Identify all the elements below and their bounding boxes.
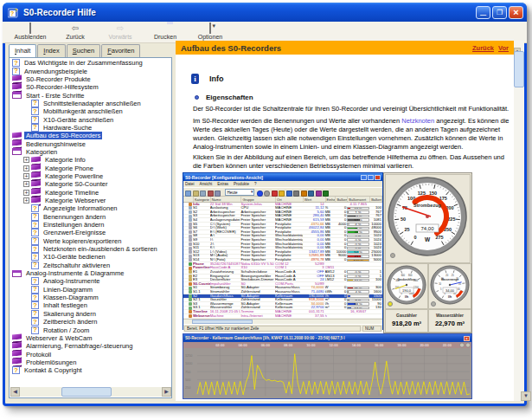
tree-item[interactable]: +Kategorie Info <box>10 156 162 164</box>
tree-item[interactable]: Hardware-Suche <box>10 124 162 132</box>
scrollbar-thumb[interactable] <box>514 51 524 87</box>
tree-item[interactable]: Werte kopieren/exportieren <box>10 237 162 245</box>
help-page-icon <box>31 107 39 115</box>
tree-item[interactable]: +Kategorie Timeline <box>10 189 162 197</box>
back-link[interactable]: Zurück <box>472 44 494 52</box>
tree-item[interactable]: Protokoll <box>10 350 162 358</box>
meter-value: 918,20 m³ <box>386 320 427 327</box>
scroll-down-icon[interactable]: ▼ <box>521 391 531 401</box>
svg-text:06:00: 06:00 <box>261 343 271 347</box>
svg-text:190,0: 190,0 <box>402 288 412 293</box>
tree-item[interactable]: Analog-Instrumente <box>10 277 162 285</box>
tree-item[interactable]: Alarmierung, Fernabfrage/-steuerung <box>10 342 162 350</box>
tree-item[interactable]: Anwendungsbeispiele <box>10 67 162 74</box>
app-table-header: KategorieNameGruppeOrtWertEinheitBalkena… <box>183 197 382 203</box>
tree-item[interactable]: Benennungen ändern <box>10 213 162 221</box>
scroll-left-icon[interactable]: ◀ <box>10 387 20 397</box>
tree-item[interactable]: Schnittstellenadapter anschließen <box>10 100 162 107</box>
expander-icon[interactable]: + <box>23 157 29 163</box>
tree-item[interactable]: Inhalt festlegen <box>10 301 162 309</box>
svg-text:1250: 1250 <box>185 354 192 358</box>
expander-icon[interactable]: + <box>23 173 29 179</box>
tree-item[interactable]: Linien-Diagramm <box>10 286 162 294</box>
svg-text:125: 125 <box>418 191 426 196</box>
svg-text:275: 275 <box>435 235 443 240</box>
options-button[interactable]: Optionen <box>188 23 233 42</box>
tree-item[interactable]: +Kategorie S0-Counter <box>10 180 162 188</box>
app-toolbar-icon <box>323 191 329 197</box>
tree-item[interactable]: Kategorien <box>10 148 162 156</box>
gauge-panel[interactable]: 0255075100125150175200225250275Strombezu… <box>383 172 472 333</box>
tree-item[interactable]: Skalierung ändern <box>10 310 162 318</box>
back-button[interactable]: ⇦ Zurück <box>53 23 98 42</box>
svg-text:l/h: l/h <box>448 295 452 299</box>
nav-tabs: Inhalt Index Suchen Favoriten <box>9 44 172 57</box>
tree-item[interactable]: Webserver & WebCam <box>10 334 162 342</box>
close-button[interactable] <box>509 6 523 19</box>
print-button[interactable]: Drucken <box>143 23 188 42</box>
line-chart-window[interactable]: S0-Recorder - Kellerraum Gasdurchfluss [… <box>183 333 472 399</box>
tree-item[interactable]: Kontakt & Copyright <box>10 366 162 374</box>
meter-value: 22,970 m³ <box>429 320 471 327</box>
gauge-wassermenge[interactable]: 051015202530354045Wassermenge34,00l/h <box>428 263 471 309</box>
title-bar[interactable]: ? ? S0-Recorder Hilfe <box>3 3 527 22</box>
gauge-gasdurchfluss[interactable]: 0200400600800100012001400Gasdurchfluss19… <box>385 263 428 309</box>
indicator-light <box>431 301 436 307</box>
expander-icon[interactable]: + <box>23 181 29 187</box>
expander-icon[interactable]: + <box>23 190 29 196</box>
tree-item[interactable]: Zeitbereich ändern <box>10 318 162 326</box>
tree-item[interactable]: Das Wichtigste in der Zusammenfassung <box>10 59 162 67</box>
tab-inhalt[interactable]: Inhalt <box>9 44 36 57</box>
app-toolbar-icon <box>293 191 299 197</box>
tree-item[interactable]: S0-Recorder-Hilfesystem <box>10 83 162 91</box>
tree-item[interactable]: Netzknoten ein-/ausblenden & sortieren <box>10 245 162 253</box>
table-row[interactable]: WebserverMachineIntra-/InternetMACHINE37… <box>183 314 382 319</box>
tree-item[interactable]: Aufbau des S0-Recorders <box>10 132 162 139</box>
hide-button[interactable]: Ausblenden <box>8 23 53 42</box>
forward-link[interactable]: Vor <box>498 44 509 52</box>
meter-wasserzaehler[interactable]: Wasserzähler 22,970 m³ <box>428 309 471 333</box>
tree-item[interactable]: Bedienungshinweise <box>10 139 162 147</box>
tree-item[interactable]: +Kategorie Webserver <box>10 197 162 204</box>
app-window[interactable]: S0-Recorder [Konfigurations-Ansicht] Dat… <box>183 172 383 330</box>
tree-item[interactable]: Start - Erste Schritte <box>10 91 162 99</box>
netzknoten-link[interactable]: Netzknoten <box>401 117 434 125</box>
book-icon <box>12 140 22 148</box>
tree-item[interactable]: Grenzwert-Ereignisse <box>10 229 162 236</box>
tree-item[interactable]: +Kategorie Powerline <box>10 172 162 180</box>
tree-item[interactable]: Angezeigte Informationen <box>10 204 162 212</box>
book-icon <box>31 172 41 180</box>
tree-item[interactable]: +Kategorie Phone <box>10 164 162 171</box>
tree-item[interactable]: Klassen-Diagramm <box>10 294 162 301</box>
tree-item[interactable]: S0-Recorder Produkte <box>10 75 162 83</box>
tab-index[interactable]: Index <box>37 44 65 57</box>
forward-button[interactable]: ⇨ Vorwärts <box>98 23 143 42</box>
tree-item[interactable]: Analog-Instrumente & Diagramme <box>10 269 162 277</box>
tree-item[interactable]: Einstellungen ändern <box>10 221 162 229</box>
tab-suchen[interactable]: Suchen <box>67 44 100 57</box>
vertical-scrollbar[interactable]: ▲ ▼ <box>514 41 524 401</box>
expander-icon[interactable]: + <box>23 165 29 171</box>
minimize-button[interactable] <box>476 6 490 19</box>
expander-icon[interactable]: + <box>23 197 29 204</box>
period-dropdown: Heute <box>225 189 254 196</box>
app-title-bar: S0-Recorder [Konfigurations-Ansicht] <box>183 173 382 181</box>
scrollbar-thumb[interactable] <box>61 387 112 397</box>
scroll-right-icon[interactable]: ▶ <box>162 387 171 397</box>
tree-item[interactable]: Rotation / Zoom <box>10 326 162 333</box>
app-minimize-icon <box>361 175 367 180</box>
arrow-right-icon: ⇨ <box>117 24 124 34</box>
tree-item[interactable]: Zeitschaltuhr aktivieren <box>10 262 162 269</box>
tree-item[interactable]: Mobilfunkgerät anschließen <box>10 107 162 115</box>
maximize-button[interactable] <box>492 6 507 19</box>
tree-item[interactable]: X10-Geräte bedienen <box>10 253 162 261</box>
screenshot-imagemap[interactable]: S0-Recorder [Konfigurations-Ansicht] Dat… <box>183 172 472 399</box>
meter-gaszaehler[interactable]: Gaszähler 918,20 m³ <box>385 309 428 333</box>
svg-text:Gasdurchfluss: Gasdurchfluss <box>397 278 415 281</box>
tree-horizontal-scrollbar[interactable]: ◀ ▶ <box>10 387 171 397</box>
tree-item[interactable]: X10-Geräte anschließen <box>10 115 162 123</box>
tab-favoriten[interactable]: Favoriten <box>101 44 140 57</box>
gauge-strombezug[interactable]: 0255075100125150175200225250275Strombezu… <box>385 174 471 263</box>
help-page-icon <box>31 100 39 107</box>
tree-item[interactable]: Problemlösungen <box>10 359 162 366</box>
